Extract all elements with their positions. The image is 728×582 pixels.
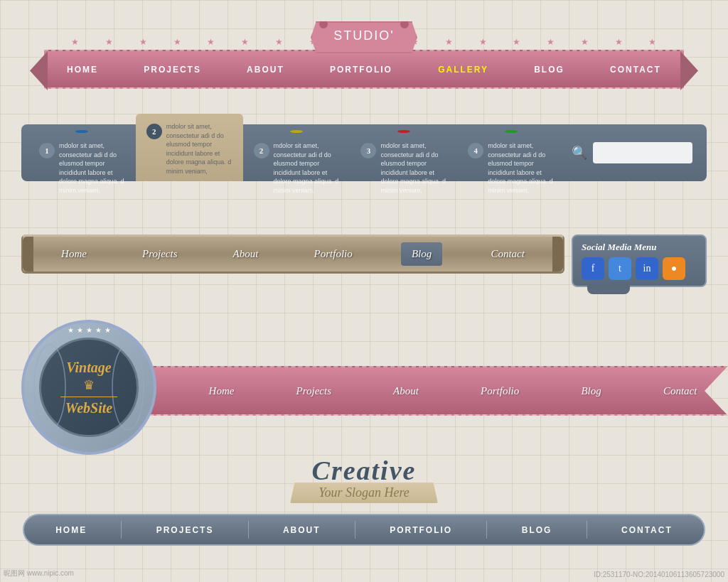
tab-item-4[interactable]: 3 mdolor sit amet, consectetur adi d do … [350,124,457,181]
slogan-ribbon: Your Slogan Here [290,483,438,503]
tab-num-5: 4 [468,143,483,158]
nav1-item-contact[interactable]: CONTACT [604,61,667,78]
watermark-right: ID:2531170-NO:20140106113605723000 [594,571,724,578]
nav1-studio-ribbon: STUDIO' ★ ★ ★ ★ ★ ★ ★ ★ ★ ★ ★ ★ ★ ★ ★ ★ … [0,21,728,89]
pill-divider [248,521,249,539]
social-media-title: Social Media Menu [582,242,697,253]
nav2-tab-bar: 1 mdolor sit amet, consectetur adi d do … [21,124,707,181]
tab-dot-yellow [290,130,303,133]
tab-content-2: 2 mdolor sit amet, consectetur adi d do … [143,114,236,180]
social-media-box: Social Media Menu f t in ● [572,235,707,287]
nav5-creative: Creative Your Slogan Here HOME PROJECTS … [0,455,728,546]
nav5-item-about[interactable]: ABOUT [283,525,321,535]
studio-badge: STUDIO' [311,21,417,53]
tab-dot-blue [75,130,88,133]
nav4-item-home[interactable]: Home [209,385,235,397]
tab-item-3[interactable]: 2 mdolor sit amet, consectetur adi d do … [243,124,350,181]
nav1-item-about[interactable]: ABOUT [241,61,290,78]
tab-text-5: mdolor sit amet, consectetur adi d do el… [488,141,554,195]
tab-dot-red [397,130,410,133]
pill-divider [587,521,587,539]
social-twitter-button[interactable]: t [609,257,631,280]
star-icon: ★ [547,37,555,48]
star-icon: ★ [71,37,79,48]
star-icon: ★ [513,37,520,48]
star-icon: ★ [445,37,453,48]
tab-num-2: 2 [146,124,162,139]
nav5-item-portfolio[interactable]: PORTFOLIO [390,525,452,535]
tab-content-4: 3 mdolor sit amet, consectetur adi d do … [357,136,450,199]
nav5-item-home[interactable]: HOME [55,525,87,535]
star-icon: ★ [479,37,487,48]
svg-point-0 [34,345,65,430]
nav5-item-projects[interactable]: PROJECTS [156,525,214,535]
pill-divider [355,521,355,539]
tab-text-4: mdolor sit amet, consectetur adi d do el… [380,141,446,195]
pill-divider [121,521,122,539]
search-input[interactable] [593,142,692,163]
leather-nav: Home Projects About Portfolio Blog Conta… [21,235,564,274]
tab-bar: 1 mdolor sit amet, consectetur adi d do … [21,124,707,181]
star-icon: ★ [275,37,283,48]
nav1-item-projects[interactable]: PROJECTS [138,61,207,78]
vintage-badge: ★ ★ ★ ★ ★ Vintage ♛ WebSite [21,320,164,462]
tab-text-2: mdolor sit amet, consectetur adi d do el… [166,122,232,176]
tab-item-2[interactable]: 2 mdolor sit amet, consectetur adi d do … [136,114,243,181]
pill-divider [486,521,487,539]
social-icons-row: f t in ● [582,257,697,280]
social-rss-button[interactable]: ● [663,257,685,280]
nav4-vintage: ★ ★ ★ ★ ★ Vintage ♛ WebSite Home P [0,320,728,462]
star-icon: ★ [581,37,589,48]
creative-title: Creative [312,455,417,486]
ribbon-main: HOME PROJECTS ABOUT PORTFOLIO GALLERY BL… [44,50,684,89]
badge-outer: ★ ★ ★ ★ ★ Vintage ♛ WebSite [21,320,156,455]
tab-content-1: 1 mdolor sit amet, consectetur adi d do … [36,136,129,199]
badge-wreath-icon [28,327,149,448]
star-icon: ★ [173,37,181,48]
nav3-item-blog[interactable]: Blog [401,242,442,266]
nav3-item-portfolio[interactable]: Portfolio [307,244,360,264]
nav4-item-projects[interactable]: Projects [296,385,331,397]
tab-text-3: mdolor sit amet, consectetur adi d do el… [274,141,340,195]
star-icon: ★ [139,37,147,48]
tab-num-1: 1 [39,143,55,158]
nav4-pink-ribbon: Home Projects About Portfolio Blog Conta… [142,366,728,416]
nav4-item-portfolio[interactable]: Portfolio [481,385,519,397]
star-icon: ★ [241,37,249,48]
tab-num-3: 2 [254,143,269,158]
nav4-item-contact[interactable]: Contact [663,385,697,397]
tab-content-5: 4 mdolor sit amet, consectetur adi d do … [464,136,557,199]
nav1-item-gallery[interactable]: GALLERY [432,61,494,78]
nav3-leather-strap: Home Projects About Portfolio Blog Conta… [21,235,707,287]
social-facebook-button[interactable]: f [582,257,604,280]
pill-nav: HOME PROJECTS ABOUT PORTFOLIO BLOG CONTA… [23,514,705,546]
svg-point-1 [112,345,144,430]
pill-nav-wrap: HOME PROJECTS ABOUT PORTFOLIO BLOG CONTA… [23,514,705,546]
nav3-item-home[interactable]: Home [54,244,94,264]
nav4-item-about[interactable]: About [393,385,419,397]
social-linkedin-button[interactable]: in [636,257,658,280]
nav4-item-blog[interactable]: Blog [581,385,601,397]
tab-dot-green [505,130,518,133]
nav5-item-blog[interactable]: BLOG [522,525,552,535]
tab-text-1: mdolor sit amet, consectetur adi d do el… [59,141,125,195]
star-icon: ★ [207,37,215,48]
search-area: 🔍 [564,124,700,181]
nav3-item-projects[interactable]: Projects [135,244,184,264]
tab-content-3: 2 mdolor sit amet, consectetur adi d do … [250,136,343,199]
watermark-left: 昵图网 www.nipic.com [4,568,74,578]
star-icon: ★ [105,37,113,48]
nav5-item-contact[interactable]: CONTACT [621,525,673,535]
nav3-item-about[interactable]: About [226,244,266,264]
ribbon-container: ★ ★ ★ ★ ★ ★ ★ ★ ★ ★ ★ ★ ★ ★ ★ ★ ★ ★ HOME… [44,50,684,89]
nav1-item-home[interactable]: HOME [61,61,104,78]
search-icon: 🔍 [572,145,587,161]
star-icon: ★ [615,37,623,48]
tab-item-5[interactable]: 4 mdolor sit amet, consectetur adi d do … [457,124,564,181]
star-icon: ★ [648,37,656,48]
nav1-item-portfolio[interactable]: PORTFOLIO [324,61,398,78]
nav1-item-blog[interactable]: BLOG [528,61,570,78]
tab-item-1[interactable]: 1 mdolor sit amet, consectetur adi d do … [28,124,136,181]
tab-num-4: 3 [360,143,376,158]
nav3-item-contact[interactable]: Contact [483,244,532,264]
